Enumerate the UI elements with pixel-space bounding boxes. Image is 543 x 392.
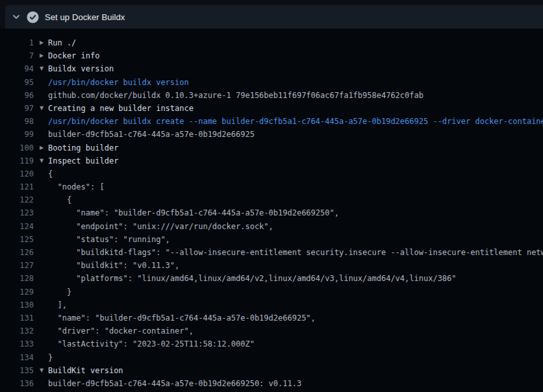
log-line[interactable]: 135 ▼ BuildKit version [0, 364, 543, 377]
line-number[interactable]: 98 [0, 115, 34, 128]
line-number[interactable]: 130 [0, 299, 34, 312]
log-text: Inspect builder [48, 154, 118, 167]
log-line: 98 /usr/bin/docker buildx create --name … [0, 115, 543, 128]
log-text: Booting builder [48, 141, 118, 154]
log-line: 127 "buildkit": "v0.11.3", [0, 259, 543, 272]
log-line: 120 { [0, 167, 543, 180]
group-toggle-icon[interactable]: ▼ [40, 154, 48, 167]
log-line: 131 "name": "builder-d9cfb5a1-c764-445a-… [0, 312, 543, 325]
log-line: 134 } [0, 351, 543, 364]
step-header[interactable]: Set up Docker Buildx [5, 5, 543, 29]
log-line: 123 "name": "builder-d9cfb5a1-c764-445a-… [0, 206, 543, 219]
line-number[interactable]: 135 [0, 364, 34, 377]
log-line[interactable]: 1 ▶ Run ./ [0, 36, 543, 49]
group-toggle-icon[interactable]: ▶ [40, 141, 48, 154]
line-number[interactable]: 100 [0, 141, 34, 154]
log-line: 124 "endpoint": "unix:///var/run/docker.… [0, 220, 543, 233]
log-text: ], [48, 299, 67, 312]
chevron-down-icon[interactable] [12, 12, 21, 21]
group-toggle-icon[interactable]: ▶ [40, 36, 48, 49]
log-line: 130 ], [0, 299, 543, 312]
log-text: { [48, 193, 71, 206]
line-number[interactable]: 95 [0, 76, 34, 89]
group-toggle-icon[interactable]: ▼ [40, 102, 48, 115]
line-number[interactable]: 128 [0, 272, 34, 285]
log-text: "buildkitd-flags": "--allow-insecure-ent… [48, 246, 543, 259]
line-number[interactable]: 134 [0, 351, 34, 364]
log-line: 126 "buildkitd-flags": "--allow-insecure… [0, 246, 543, 259]
group-toggle-icon[interactable]: ▼ [40, 364, 48, 377]
log-line: 125 "status": "running", [0, 233, 543, 246]
line-number[interactable]: 96 [0, 89, 34, 102]
log-text: /usr/bin/docker buildx create --name bui… [48, 115, 543, 128]
line-number[interactable]: 129 [0, 286, 34, 299]
log-text: "lastActivity": "2023-02-25T11:58:12.000… [48, 337, 255, 350]
line-number[interactable]: 120 [0, 167, 34, 180]
log-line[interactable]: 97 ▼ Creating a new builder instance [0, 102, 543, 115]
group-toggle-icon[interactable]: ▼ [40, 62, 48, 75]
log-text: } [48, 351, 53, 364]
log-text: Docker info [48, 49, 99, 62]
line-number[interactable]: 125 [0, 233, 34, 246]
log-text: /usr/bin/docker buildx version [48, 76, 189, 89]
line-number[interactable]: 121 [0, 180, 34, 193]
log-text: "buildkit": "v0.11.3", [48, 259, 179, 272]
log-line: 122 { [0, 193, 543, 206]
log-line: 128 "platforms": "linux/amd64,linux/amd6… [0, 272, 543, 285]
log-text: Creating a new builder instance [48, 102, 194, 115]
line-number[interactable]: 132 [0, 325, 34, 337]
line-number[interactable]: 99 [0, 128, 34, 141]
step-title: Set up Docker Buildx [45, 12, 125, 22]
log-line[interactable]: 100 ▶ Booting builder [0, 141, 543, 154]
log-line: 132 "driver": "docker-container", [0, 325, 543, 337]
log-text: builder-d9cfb5a1-c764-445a-a57e-0b19d2e6… [48, 377, 301, 390]
log-line: 133 "lastActivity": "2023-02-25T11:58:12… [0, 337, 543, 350]
line-number[interactable]: 97 [0, 102, 34, 115]
log-text: "nodes": [ [48, 180, 105, 193]
log-text: "status": "running", [48, 233, 170, 246]
log-line: 99 builder-d9cfb5a1-c764-445a-a57e-0b19d… [0, 128, 543, 141]
log-line: 95 /usr/bin/docker buildx version [0, 76, 543, 89]
log-text: BuildKit version [48, 364, 123, 377]
line-number[interactable]: 126 [0, 246, 34, 259]
log-line: 136 builder-d9cfb5a1-c764-445a-a57e-0b19… [0, 377, 543, 390]
log-text: } [48, 286, 71, 299]
line-number[interactable]: 94 [0, 62, 34, 75]
group-toggle-icon[interactable]: ▶ [40, 49, 48, 62]
log-text: "endpoint": "unix:///var/run/docker.sock… [48, 220, 273, 233]
log-text: builder-d9cfb5a1-c764-445a-a57e-0b19d2e6… [48, 128, 255, 141]
log-text: Buildx version [48, 62, 114, 75]
log-line[interactable]: 94 ▼ Buildx version [0, 62, 543, 75]
log-text: "driver": "docker-container", [48, 325, 194, 337]
line-number[interactable]: 136 [0, 377, 34, 390]
line-number[interactable]: 7 [0, 49, 34, 62]
log-line[interactable]: 119 ▼ Inspect builder [0, 154, 543, 167]
log-text: github.com/docker/buildx 0.10.3+azure-1 … [48, 89, 423, 102]
log-line: 129 } [0, 286, 543, 299]
log-area: 1 ▶ Run ./ 7 ▶ Docker info 94 ▼ Buildx v… [0, 29, 543, 392]
line-number[interactable]: 124 [0, 220, 34, 233]
line-number[interactable]: 127 [0, 259, 34, 272]
log-text: Run ./ [48, 36, 76, 49]
log-text: "name": "builder-d9cfb5a1-c764-445a-a57e… [48, 312, 316, 325]
log-line: 96 github.com/docker/buildx 0.10.3+azure… [0, 89, 543, 102]
log-line[interactable]: 7 ▶ Docker info [0, 49, 543, 62]
log-text: "platforms": "linux/amd64,linux/amd64/v2… [48, 272, 457, 285]
log-line: 121 "nodes": [ [0, 180, 543, 193]
log-text: { [48, 167, 53, 180]
line-number[interactable]: 131 [0, 312, 34, 325]
log-text: "name": "builder-d9cfb5a1-c764-445a-a57e… [48, 206, 339, 219]
actions-log-viewer: Set up Docker Buildx 1 ▶ Run ./ 7 ▶ Dock… [0, 5, 543, 392]
line-number[interactable]: 122 [0, 193, 34, 206]
line-number[interactable]: 123 [0, 206, 34, 219]
line-number[interactable]: 133 [0, 337, 34, 350]
check-circle-icon [26, 10, 39, 23]
line-number[interactable]: 119 [0, 154, 34, 167]
line-number[interactable]: 1 [0, 36, 34, 49]
